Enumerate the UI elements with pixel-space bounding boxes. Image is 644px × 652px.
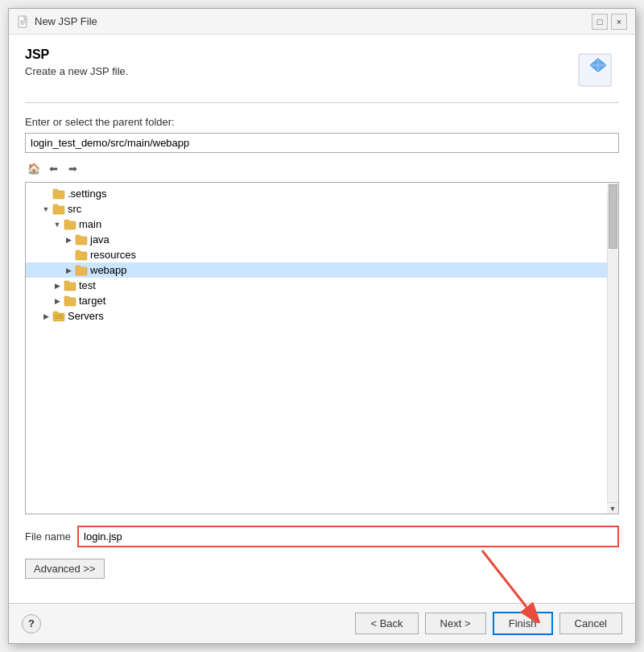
folder-icon-webapp — [75, 265, 88, 276]
help-button[interactable]: ? — [22, 614, 41, 633]
title-controls: □ × — [592, 14, 627, 30]
advanced-section: Advanced >> — [25, 559, 619, 590]
folder-icon-resources — [75, 250, 88, 261]
tree-item-resources[interactable]: resources — [26, 247, 618, 262]
tree-label-webapp: webapp — [90, 264, 127, 276]
tree-label-main: main — [79, 218, 101, 230]
header-section: JSP Create a new JSP file. — [25, 47, 619, 89]
back-nav-button[interactable]: ⬅ — [44, 159, 62, 177]
dialog-title-icon — [17, 15, 30, 28]
page-title: JSP — [25, 47, 128, 62]
bottom-bar: ? < Back Next > Finish Cancel — [9, 603, 635, 643]
folder-icon-src — [52, 204, 65, 215]
toggle-main[interactable]: ▼ — [52, 219, 63, 230]
tree-item-test[interactable]: ▶ test — [26, 278, 618, 293]
page-subtitle: Create a new JSP file. — [25, 65, 128, 77]
tree-item-webapp[interactable]: ▶ webapp — [26, 262, 618, 278]
filename-input[interactable] — [77, 526, 619, 547]
folder-icon-target — [64, 295, 76, 307]
tree-label-settings: .settings — [68, 188, 106, 200]
tree-label-servers: Servers — [68, 310, 104, 322]
new-jsp-dialog: New JSP File □ × JSP Create a new JSP fi… — [8, 8, 636, 644]
jsp-icon — [577, 47, 619, 89]
back-button[interactable]: < Back — [355, 613, 418, 634]
header-text: JSP Create a new JSP file. — [25, 47, 128, 77]
scrollbar-track: ▲ ▼ — [607, 183, 618, 514]
scrollbar-thumb[interactable] — [609, 184, 617, 249]
advanced-button[interactable]: Advanced >> — [25, 559, 105, 579]
toggle-resources[interactable] — [63, 250, 74, 261]
finish-button[interactable]: Finish — [493, 612, 553, 635]
cancel-button[interactable]: Cancel — [559, 613, 622, 634]
title-bar-left: New JSP File — [17, 15, 97, 28]
tree-item-java[interactable]: ▶ java — [26, 232, 618, 247]
next-button[interactable]: Next > — [425, 613, 486, 634]
svg-rect-10 — [55, 315, 63, 316]
folder-icon-servers — [52, 311, 65, 322]
toggle-java[interactable]: ▶ — [63, 234, 74, 246]
svg-rect-11 — [55, 317, 63, 319]
tree-scroll: .settings ▼ src ▼ — [26, 183, 618, 327]
close-button[interactable]: × — [611, 14, 627, 30]
minimize-button[interactable]: □ — [592, 14, 608, 30]
svg-line-13 — [482, 551, 526, 607]
folder-icon-main — [64, 219, 76, 230]
tree-label-java: java — [90, 233, 109, 246]
tree-item-src[interactable]: ▼ src — [26, 201, 618, 217]
toggle-target[interactable]: ▶ — [52, 295, 63, 307]
folder-label: Enter or select the parent folder: — [25, 116, 619, 128]
tree-item-main[interactable]: ▼ main — [26, 217, 618, 232]
tree-item-servers[interactable]: ▶ Servers — [26, 308, 618, 324]
tree-item-target[interactable]: ▶ target — [26, 293, 618, 308]
filename-row: File name — [25, 526, 619, 547]
dialog-body: JSP Create a new JSP file. Enter or sele… — [9, 35, 635, 603]
folder-tree: .settings ▼ src ▼ — [25, 182, 619, 514]
tree-label-resources: resources — [90, 249, 136, 261]
nav-toolbar: 🏠 ⬅ ➡ — [25, 158, 619, 179]
toggle-settings[interactable] — [40, 188, 52, 200]
tree-item-settings[interactable]: .settings — [26, 186, 618, 201]
forward-nav-button[interactable]: ➡ — [64, 159, 81, 177]
parent-folder-input[interactable] — [25, 133, 619, 153]
dialog-title: New JSP File — [35, 15, 97, 27]
divider — [25, 102, 619, 103]
toggle-src[interactable]: ▼ — [40, 204, 52, 215]
toggle-servers[interactable]: ▶ — [40, 311, 52, 322]
toggle-test[interactable]: ▶ — [52, 280, 63, 291]
folder-icon-java — [75, 234, 88, 246]
filename-label: File name — [25, 530, 71, 543]
title-bar: New JSP File □ × — [9, 9, 635, 35]
scroll-down-button[interactable]: ▼ — [607, 502, 618, 514]
home-nav-button[interactable]: 🏠 — [25, 159, 43, 177]
tree-label-src: src — [68, 203, 81, 215]
folder-icon-test — [64, 280, 76, 291]
toggle-webapp[interactable]: ▶ — [63, 265, 74, 276]
tree-label-target: target — [79, 295, 105, 307]
tree-label-test: test — [79, 279, 96, 291]
folder-icon-settings — [52, 188, 65, 200]
